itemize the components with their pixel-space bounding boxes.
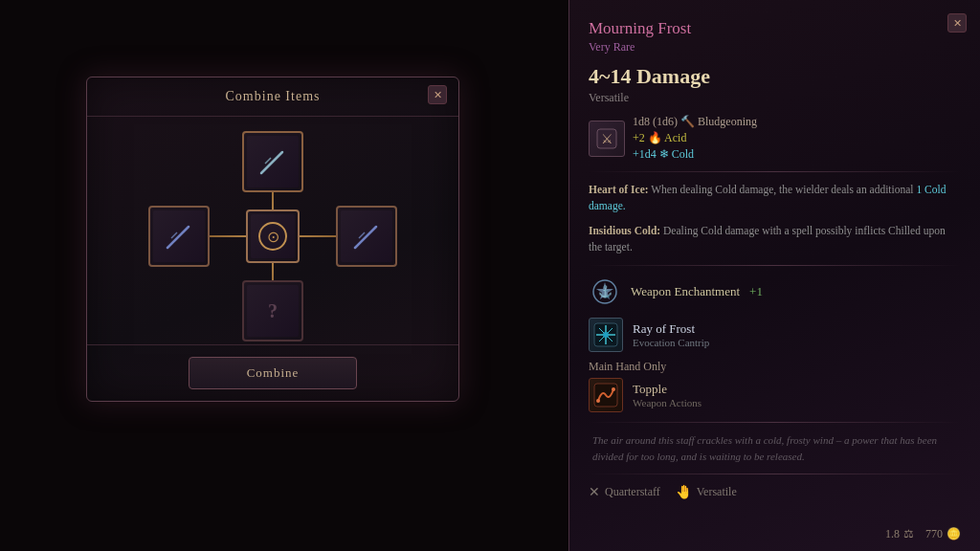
spell-row[interactable]: Ray of Frost Evocation Cantrip <box>589 318 961 352</box>
base-damage: 1d8 (1d6) 🔨 Bludgeoning <box>633 115 757 129</box>
action-name: Topple <box>633 382 702 397</box>
tag-versatile: 🤚 Versatile <box>676 484 737 500</box>
divider-4 <box>589 474 961 474</box>
tag-quarterstaff: ✕ Quarterstaff <box>589 484 660 500</box>
item-name: Mourning Frost <box>589 19 961 38</box>
slot-left[interactable] <box>148 206 210 267</box>
detail-close-button[interactable]: ✕ <box>947 13 967 33</box>
action-row[interactable]: Topple Weapon Actions <box>589 378 961 412</box>
slots-area: ⊙ ? <box>87 117 458 356</box>
slot-placeholder: ? <box>268 300 278 322</box>
spell-name: Ray of Frost <box>633 321 709 337</box>
main-hand-label: Main Hand Only <box>589 360 961 374</box>
center-symbol: ⊙ <box>258 222 287 251</box>
item-rarity: Very Rare <box>589 40 961 55</box>
combine-title: Combine Items <box>226 89 321 104</box>
ability-insidious-cold: Insidious Cold: Dealing Cold damage with… <box>589 223 961 256</box>
slot-top[interactable] <box>242 131 303 192</box>
action-sub: Weapon Actions <box>633 397 702 408</box>
svg-line-2 <box>265 158 271 164</box>
combine-panel: Combine Items ✕ <box>86 77 459 402</box>
gold-icon: 🪙 <box>947 527 961 541</box>
gold-value: 770 <box>925 527 943 541</box>
svg-point-18 <box>603 332 609 338</box>
slot-center[interactable]: ⊙ <box>246 209 300 263</box>
svg-point-20 <box>596 399 600 403</box>
action-icon <box>589 378 623 412</box>
quarterstaff-icon: ✕ <box>589 484 600 500</box>
ability-heart-of-ice: Heart of Ice: When dealing Cold damage, … <box>589 182 961 215</box>
divider-2 <box>589 265 961 266</box>
damage-row: ⚔ 1d8 (1d6) 🔨 Bludgeoning +2 🔥 Acid +1d4… <box>589 115 961 162</box>
tags-row: ✕ Quarterstaff 🤚 Versatile <box>589 484 961 500</box>
weight-value: 1.8 <box>885 527 900 541</box>
tag-versatile-label: Versatile <box>697 485 737 499</box>
spell-sub: Evocation Cantrip <box>633 337 709 348</box>
svg-line-6 <box>355 227 376 248</box>
svg-line-5 <box>171 232 177 238</box>
svg-text:⚔: ⚔ <box>601 132 613 146</box>
combine-close-button[interactable]: ✕ <box>428 85 447 104</box>
weight-display: 1.8 ⚖ <box>885 527 914 541</box>
detail-panel: ✕ Mourning Frost Very Rare 4~14 Damage V… <box>568 0 980 551</box>
item-icon: ⚔ <box>589 121 625 157</box>
svg-line-0 <box>261 152 282 173</box>
action-info: Topple Weapon Actions <box>633 382 702 408</box>
acid-damage: +2 🔥 Acid <box>633 131 757 145</box>
weight-icon: ⚖ <box>903 527 914 541</box>
enchantment-label: Weapon Enchantment <box>631 284 740 299</box>
svg-text:⚓: ⚓ <box>598 284 612 298</box>
spell-info: Ray of Frost Evocation Cantrip <box>633 321 709 348</box>
item-damage: 4~14 Damage <box>589 64 961 89</box>
enchantment-row: ⚓ Weapon Enchantment +1 <box>589 276 961 308</box>
cross-layout: ⊙ ? <box>148 131 397 342</box>
item-versatile: Versatile <box>589 91 961 105</box>
bottom-bar: 1.8 ⚖ 770 🪙 <box>885 527 961 541</box>
svg-point-21 <box>612 387 615 391</box>
svg-line-8 <box>359 232 365 238</box>
gold-display: 770 🪙 <box>925 527 961 541</box>
combine-title-bar: Combine Items ✕ <box>87 77 458 117</box>
damage-stats: 1d8 (1d6) 🔨 Bludgeoning +2 🔥 Acid +1d4 ❄… <box>633 115 757 162</box>
combine-button[interactable]: Combine <box>189 357 358 389</box>
slot-right[interactable] <box>336 206 397 267</box>
divider-1 <box>589 171 961 172</box>
cold-damage: +1d4 ❄ Cold <box>633 147 757 162</box>
enchantment-bonus: +1 <box>749 284 763 299</box>
tag-quarterstaff-label: Quarterstaff <box>605 485 660 499</box>
spell-icon <box>589 318 623 352</box>
divider-3 <box>589 422 961 423</box>
lore-text: The air around this staff crackles with … <box>589 432 961 464</box>
combine-button-area: Combine <box>87 344 458 401</box>
slot-bottom[interactable]: ? <box>242 280 303 342</box>
svg-line-3 <box>167 227 189 248</box>
versatile-icon: 🤚 <box>676 484 692 500</box>
enchantment-icon: ⚓ <box>589 276 621 308</box>
